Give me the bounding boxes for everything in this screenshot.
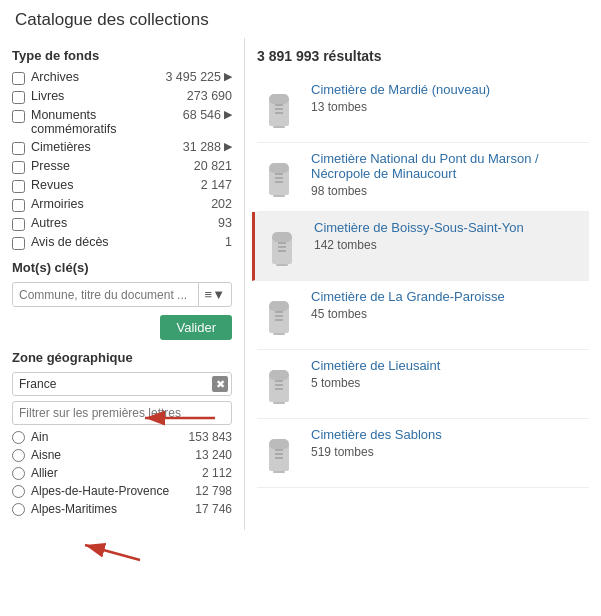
svg-rect-28 bbox=[275, 388, 283, 390]
svg-rect-11 bbox=[273, 195, 285, 197]
region-item-alpes-hp: Alpes-de-Haute-Provence 12 798 bbox=[12, 484, 232, 498]
region-radio-ain[interactable] bbox=[12, 431, 25, 444]
fonds-checkbox-cimetieres[interactable] bbox=[12, 142, 25, 155]
cemetery-item[interactable]: Cimetière de Boissy-Sous-Saint-Yon 142 t… bbox=[252, 212, 589, 281]
cemetery-name[interactable]: Cimetière de Lieusaint bbox=[311, 358, 440, 373]
geo-input-wrapper: ✖ bbox=[12, 372, 232, 396]
cemetery-tombes: 98 tombes bbox=[311, 184, 589, 198]
cemetery-name[interactable]: Cimetière National du Pont du Marson / N… bbox=[311, 151, 589, 181]
geo-input[interactable] bbox=[12, 372, 232, 396]
geo-clear-button[interactable]: ✖ bbox=[212, 376, 228, 392]
fonds-item-livres: Livres 273 690 bbox=[12, 89, 232, 104]
geo-title: Zone géographique bbox=[12, 350, 232, 365]
fonds-checkbox-autres[interactable] bbox=[12, 218, 25, 231]
keyword-input[interactable] bbox=[13, 284, 198, 306]
region-item-ain: Ain 153 843 bbox=[12, 430, 232, 444]
fonds-checkbox-presse[interactable] bbox=[12, 161, 25, 174]
cemetery-icon bbox=[257, 358, 301, 410]
cemetery-tombes: 5 tombes bbox=[311, 376, 440, 390]
fonds-count-livres: 273 690 bbox=[187, 89, 232, 103]
fonds-checkbox-revues[interactable] bbox=[12, 180, 25, 193]
fonds-label-revues: Revues bbox=[31, 178, 196, 192]
fonds-arrow-archives[interactable]: ▶ bbox=[221, 70, 232, 83]
region-radio-aisne[interactable] bbox=[12, 449, 25, 462]
svg-rect-29 bbox=[273, 402, 285, 404]
region-item-allier: Allier 2 112 bbox=[12, 466, 232, 480]
fonds-item-presse: Presse 20 821 bbox=[12, 159, 232, 174]
valider-button[interactable]: Valider bbox=[160, 315, 232, 340]
cemetery-tombes: 519 tombes bbox=[311, 445, 442, 459]
region-count-allier: 2 112 bbox=[202, 466, 232, 480]
fonds-label-monuments: Monuments commémoratifs bbox=[31, 108, 178, 136]
cemetery-info: Cimetière de Boissy-Sous-Saint-Yon 142 t… bbox=[314, 220, 524, 252]
cemetery-tombes: 142 tombes bbox=[314, 238, 524, 252]
region-label-alpes-hp: Alpes-de-Haute-Provence bbox=[31, 484, 190, 498]
svg-rect-15 bbox=[278, 246, 286, 248]
region-count-alpes-mar: 17 746 bbox=[195, 502, 232, 516]
fonds-count-revues: 2 147 bbox=[201, 178, 232, 192]
svg-rect-32 bbox=[275, 449, 283, 451]
fonds-item-revues: Revues 2 147 bbox=[12, 178, 232, 193]
svg-rect-27 bbox=[275, 384, 283, 386]
left-panel: Type de fonds Archives 3 495 225 ▶ Livre… bbox=[0, 38, 245, 530]
region-radio-alpes-hp[interactable] bbox=[12, 485, 25, 498]
region-label-allier: Allier bbox=[31, 466, 197, 480]
fonds-item-avis: Avis de décès 1 bbox=[12, 235, 232, 250]
fonds-count-monuments: 68 546 bbox=[183, 108, 221, 122]
region-item-aisne: Aisne 13 240 bbox=[12, 448, 232, 462]
keyword-list-icon[interactable]: ≡▼ bbox=[198, 283, 231, 306]
fonds-arrow-monuments[interactable]: ▶ bbox=[221, 108, 232, 121]
cemetery-info: Cimetière de Mardié (nouveau) 13 tombes bbox=[311, 82, 490, 114]
cemetery-icon bbox=[260, 220, 304, 272]
svg-rect-14 bbox=[278, 242, 286, 244]
svg-rect-1 bbox=[269, 94, 289, 104]
region-radio-alpes-mar[interactable] bbox=[12, 503, 25, 516]
svg-rect-25 bbox=[269, 370, 289, 380]
cemetery-name[interactable]: Cimetière de Mardié (nouveau) bbox=[311, 82, 490, 97]
fonds-checkbox-livres[interactable] bbox=[12, 91, 25, 104]
cemetery-item[interactable]: Cimetière de Mardié (nouveau) 13 tombes bbox=[257, 74, 589, 143]
fonds-checkbox-avis[interactable] bbox=[12, 237, 25, 250]
results-count: 3 891 993 résultats bbox=[257, 48, 589, 64]
cemetery-tombes: 13 tombes bbox=[311, 100, 490, 114]
fonds-section: Type de fonds Archives 3 495 225 ▶ Livre… bbox=[12, 48, 232, 250]
svg-rect-3 bbox=[275, 108, 283, 110]
cemetery-item[interactable]: Cimetière de La Grande-Paroisse 45 tombe… bbox=[257, 281, 589, 350]
cemetery-info: Cimetière National du Pont du Marson / N… bbox=[311, 151, 589, 198]
region-count-alpes-hp: 12 798 bbox=[195, 484, 232, 498]
cemetery-name[interactable]: Cimetière de La Grande-Paroisse bbox=[311, 289, 505, 304]
svg-rect-33 bbox=[275, 453, 283, 455]
fonds-item-autres: Autres 93 bbox=[12, 216, 232, 231]
svg-rect-23 bbox=[273, 333, 285, 335]
svg-rect-10 bbox=[275, 181, 283, 183]
region-count-ain: 153 843 bbox=[189, 430, 232, 444]
right-panel: 3 891 993 résultats Cimetière de Mardié … bbox=[245, 38, 601, 530]
region-label-ain: Ain bbox=[31, 430, 184, 444]
region-radio-allier[interactable] bbox=[12, 467, 25, 480]
fonds-checkbox-monuments[interactable] bbox=[12, 110, 25, 123]
cemetery-tombes: 45 tombes bbox=[311, 307, 505, 321]
geo-section: Zone géographique ✖ Ain 153 843 Aisne 13… bbox=[12, 350, 232, 516]
fonds-title: Type de fonds bbox=[12, 48, 232, 63]
cemetery-item[interactable]: Cimetière National du Pont du Marson / N… bbox=[257, 143, 589, 212]
cemetery-item[interactable]: Cimetière des Sablons 519 tombes bbox=[257, 419, 589, 488]
geo-filter-input[interactable] bbox=[12, 401, 232, 425]
fonds-item-archives: Archives 3 495 225 ▶ bbox=[12, 70, 232, 85]
cemetery-info: Cimetière de Lieusaint 5 tombes bbox=[311, 358, 440, 390]
fonds-arrow-cimetieres[interactable]: ▶ bbox=[221, 140, 232, 153]
svg-rect-26 bbox=[275, 380, 283, 382]
cemetery-name[interactable]: Cimetière des Sablons bbox=[311, 427, 442, 442]
svg-rect-22 bbox=[275, 319, 283, 321]
region-label-aisne: Aisne bbox=[31, 448, 190, 462]
cemetery-item[interactable]: Cimetière de Lieusaint 5 tombes bbox=[257, 350, 589, 419]
svg-rect-2 bbox=[275, 104, 283, 106]
fonds-checkbox-archives[interactable] bbox=[12, 72, 25, 85]
fonds-checkbox-armoiries[interactable] bbox=[12, 199, 25, 212]
fonds-label-livres: Livres bbox=[31, 89, 182, 103]
keyword-section: Mot(s) clé(s) ≡▼ Valider bbox=[12, 260, 232, 340]
fonds-label-autres: Autres bbox=[31, 216, 213, 230]
svg-rect-13 bbox=[272, 232, 292, 242]
cemetery-name[interactable]: Cimetière de Boissy-Sous-Saint-Yon bbox=[314, 220, 524, 235]
svg-rect-20 bbox=[275, 311, 283, 313]
svg-rect-4 bbox=[275, 112, 283, 114]
